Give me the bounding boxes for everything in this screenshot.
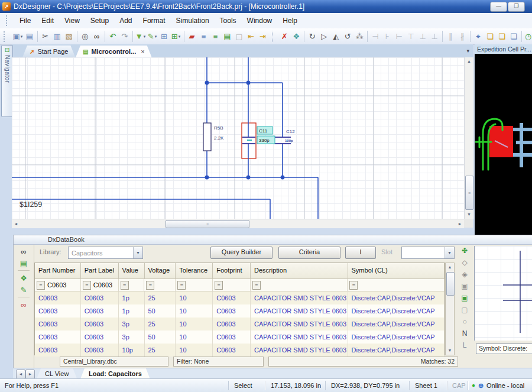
menu-file[interactable]: File bbox=[14, 15, 36, 27]
label-toggle-icon[interactable]: L bbox=[459, 339, 471, 351]
menu-edit[interactable]: Edit bbox=[36, 15, 59, 27]
view-symbol-1-icon[interactable]: ◇ bbox=[459, 257, 471, 268]
menu-simulation[interactable]: Simulation bbox=[171, 15, 215, 27]
query-builder-button[interactable]: Query Builder bbox=[210, 247, 273, 259]
align-top-icon[interactable]: ⊤ bbox=[405, 30, 417, 43]
sheet-stack-green-icon[interactable]: ≡ bbox=[209, 30, 221, 43]
sheet-symbols-icon[interactable]: ⊞ bbox=[158, 30, 170, 43]
horizontal-scrollbar-thumb[interactable]: ≡ bbox=[166, 220, 249, 228]
tab-close-icon[interactable]: × bbox=[141, 48, 144, 55]
cap-selected-ref-label[interactable]: C11 bbox=[259, 128, 268, 134]
symbol-sheet-icon[interactable]: ▣ bbox=[459, 280, 471, 292]
table-row[interactable]: C0603C06031p5010C0603CAPACITOR SMD STYLE… bbox=[35, 304, 445, 318]
rip-net-icon[interactable]: ⁂ bbox=[353, 30, 365, 43]
flip-horizontal-icon[interactable]: ◭ bbox=[330, 30, 342, 43]
column-header-footprint[interactable]: Footprint bbox=[213, 263, 251, 279]
library-combobox[interactable]: Capacitors ▼ bbox=[68, 247, 143, 259]
pop-sheet-icon[interactable]: ⇥ bbox=[257, 30, 268, 43]
table-row[interactable]: C0603C060310p2510C0603CAPACITOR SMD STYL… bbox=[35, 344, 445, 357]
resistor-body[interactable] bbox=[203, 123, 211, 151]
cap-right-ref-label[interactable]: C12 bbox=[286, 129, 295, 134]
copy-ghost-icon[interactable]: ▢ bbox=[233, 30, 245, 43]
criteria-button[interactable]: Criteria bbox=[278, 247, 340, 259]
menu-help[interactable]: Help bbox=[277, 15, 303, 27]
align-center-icon[interactable]: ⊦ bbox=[381, 30, 393, 43]
i-button[interactable]: I bbox=[345, 247, 376, 259]
pdf-export-icon[interactable]: ▰ bbox=[186, 30, 197, 43]
db-open-library-icon[interactable]: ▤ bbox=[18, 257, 30, 269]
place-selected-part-icon[interactable]: ✤ bbox=[459, 245, 471, 257]
table-scroll-down-icon[interactable]: ▼ bbox=[446, 346, 454, 355]
undo-icon[interactable]: ↶ bbox=[107, 30, 119, 43]
column-header-symbol-cl[interactable]: Symbol (CL) bbox=[348, 263, 445, 279]
chevron-down-icon[interactable]: ▼ bbox=[445, 247, 454, 258]
align-left-icon[interactable]: ⊣ bbox=[369, 30, 381, 43]
filter-value[interactable]: C0603 bbox=[47, 281, 66, 289]
menu-window[interactable]: Window bbox=[242, 15, 278, 27]
zoom-icon[interactable]: ◎ bbox=[79, 30, 91, 43]
flip-vertical-icon[interactable]: ▷ bbox=[318, 30, 330, 43]
shape-ellipse-icon[interactable]: ○ bbox=[459, 316, 471, 328]
db-find-clear-icon[interactable]: ∞ bbox=[18, 299, 30, 310]
db-place-part-icon[interactable]: ❖ bbox=[18, 272, 30, 284]
navigator-tab[interactable]: ⊟ Navigator bbox=[1, 45, 13, 117]
filter-value[interactable]: C0603 bbox=[93, 281, 112, 289]
db-edit-part-icon[interactable]: ✎ bbox=[18, 284, 30, 296]
menu-setup[interactable]: Setup bbox=[85, 15, 114, 27]
minimize-button[interactable]: — bbox=[490, 2, 507, 12]
filter-operator-button[interactable]: = bbox=[121, 281, 129, 290]
scroll-right-icon[interactable]: ► bbox=[456, 219, 464, 228]
new-document-icon[interactable]: ▣▾ bbox=[12, 30, 24, 43]
grid-settings-icon[interactable]: ⊞▾ bbox=[170, 30, 182, 43]
menu-format[interactable]: Format bbox=[138, 15, 171, 27]
schematic-canvas[interactable]: R5B 2.2K C11 330p C12 100p $1I259 bbox=[12, 57, 464, 219]
column-header-part-number[interactable]: Part Number bbox=[35, 263, 81, 279]
vertical-scrollbar-thumb[interactable]: ≡ bbox=[465, 176, 473, 210]
cut-icon[interactable]: ✂ bbox=[40, 30, 51, 43]
redo-icon[interactable]: ↷ bbox=[119, 30, 131, 43]
cap-selected-value-label[interactable]: 330p bbox=[259, 138, 270, 143]
column-header-part-label[interactable]: Part Label bbox=[81, 263, 119, 279]
table-row[interactable]: C0603C06033p2510C0603CAPACITOR SMD STYLE… bbox=[35, 318, 445, 331]
toolbar-grip[interactable] bbox=[272, 31, 275, 42]
filter-operator-button[interactable]: = bbox=[252, 281, 261, 290]
distribute-v-icon[interactable]: ∦ bbox=[456, 30, 468, 43]
copy-icon[interactable]: ▥ bbox=[51, 30, 63, 43]
db-find-icon[interactable]: ∞ bbox=[18, 245, 30, 257]
scroll-left-icon[interactable]: ◄ bbox=[12, 219, 20, 228]
find-icon[interactable]: ∞ bbox=[91, 30, 103, 43]
tab-microcontroller[interactable]: ▤ Microcontrol... × bbox=[76, 46, 152, 57]
distribute-h-icon[interactable]: ∥ bbox=[445, 30, 456, 43]
net-label[interactable]: $1I259 bbox=[20, 200, 42, 209]
copy-special-1-icon[interactable]: ❏ bbox=[484, 30, 496, 43]
paste-icon[interactable]: ▧ bbox=[63, 30, 75, 43]
chevron-down-icon[interactable]: ▼ bbox=[133, 247, 142, 258]
view-symbol-2-icon[interactable]: ◈ bbox=[459, 268, 471, 280]
table-scroll-up-icon[interactable]: ▲ bbox=[446, 263, 454, 271]
tab-cl-view[interactable]: CL View bbox=[37, 368, 77, 379]
scroll-up-icon[interactable]: ▲ bbox=[465, 57, 473, 66]
table-scrollbar-thumb[interactable] bbox=[446, 272, 455, 296]
vertical-scrollbar[interactable]: ▲ ≡ ▼ bbox=[464, 57, 473, 219]
menu-view[interactable]: View bbox=[59, 15, 85, 27]
column-header-tolerance[interactable]: Tolerance bbox=[176, 263, 213, 279]
table-row[interactable]: C0603C06033p5010C0603CAPACITOR SMD STYLE… bbox=[35, 331, 445, 344]
filter-operator-button[interactable]: = bbox=[349, 281, 358, 290]
menu-tools[interactable]: Tools bbox=[215, 15, 242, 27]
cell-preview-header[interactable]: Expedition Cell Pr... bbox=[475, 44, 532, 54]
align-middle-icon[interactable]: ⊥ bbox=[417, 30, 429, 43]
history-icon[interactable]: ◷▾ bbox=[524, 30, 532, 43]
grid-settings-icon-dropdown[interactable]: ▾ bbox=[179, 34, 181, 39]
draw-tool-icon-dropdown[interactable]: ▾ bbox=[155, 34, 157, 39]
filter-operator-button[interactable]: = bbox=[177, 281, 186, 290]
horizontal-scrollbar[interactable]: ◄ ≡ ► bbox=[12, 219, 464, 228]
tab-overflow-icon[interactable]: ▾ bbox=[466, 48, 469, 54]
tab-prev-icon[interactable]: ◄ bbox=[16, 370, 25, 379]
column-header-voltage[interactable]: Voltage bbox=[145, 263, 176, 279]
cap-right-value-label[interactable]: 100p bbox=[285, 139, 293, 142]
menu-add[interactable]: Add bbox=[114, 15, 137, 27]
library-book-icon[interactable]: ▤ bbox=[221, 30, 233, 43]
column-header-description[interactable]: Description bbox=[251, 263, 348, 279]
sheet-stack-icon[interactable]: ≡ bbox=[197, 30, 209, 43]
snap-origin-icon[interactable]: ⌖ bbox=[472, 30, 484, 43]
